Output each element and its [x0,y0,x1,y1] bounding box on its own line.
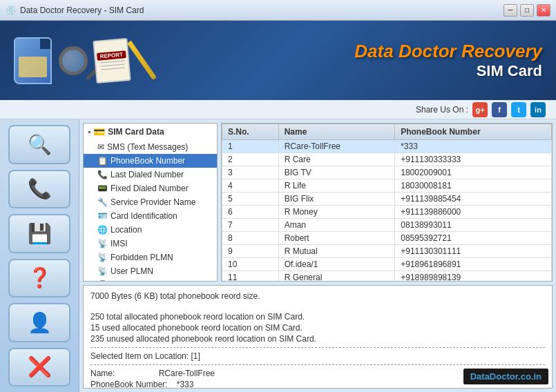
tree-item-serviceprovider[interactable]: 🔧 Service Provider Name [84,195,217,209]
cell-name: R Money [278,206,395,219]
table-scroll[interactable]: S.No. Name PhoneBook Number 1 RCare-Toll… [222,124,552,281]
tree-item-label: SMS (Text Messages) [107,142,188,152]
tree-expand-icon[interactable]: ▪ [88,127,90,137]
info-line3: 15 used allocated phonebook reord locati… [90,323,545,333]
exit-sidebar-button[interactable]: ❌ [8,348,70,387]
info-line4: 235 unused allocated phonebook reord loc… [90,334,545,344]
app-title-line2: SIM Card [354,62,542,80]
save-sidebar-icon: 💾 [28,222,52,245]
fixeddialed-icon: 📟 [97,184,108,193]
user-sidebar-button[interactable]: 👤 [8,303,70,342]
close-button[interactable]: ✕ [537,4,550,17]
cell-number: 08138993011 [395,219,552,232]
tree-item-forbiddenplmn[interactable]: 📡 Forbidden PLMN [84,251,217,264]
cell-name: R Mutual [278,245,395,258]
tree-item-sms[interactable]: ✉ SMS (Text Messages) [84,140,217,154]
tree-item-userplmn[interactable]: 📡 User PLMN [84,264,217,278]
cell-sno: 7 [222,219,279,232]
share-bar: Share Us On : g+ f t in [0,100,556,119]
tree-root: ▪ 💳 SIM Card Data [84,124,217,140]
maximize-button[interactable]: □ [520,4,534,17]
facebook-button[interactable]: f [492,102,507,117]
save-sidebar-button[interactable]: 💾 [8,214,70,253]
cell-number: 18030008181 [395,179,552,193]
tree-item-ownnumber[interactable]: 📱 Own Number [84,278,217,282]
content-area: ▪ 💳 SIM Card Data ✉ SMS (Text Messages) … [79,119,556,392]
table-row[interactable]: 6 R Money +911139886000 [222,206,552,219]
cell-name: Aman [278,219,395,232]
info-line2: 250 total allocated phonebook reord loca… [90,312,545,322]
table-row[interactable]: 2 R Care +911130333333 [222,153,552,166]
sidebar: 🔍 📞 💾 ❓ 👤 ❌ [0,119,79,392]
exit-sidebar-icon: ❌ [28,355,52,378]
cell-sno: 11 [222,271,279,282]
tree-item-imsi[interactable]: 📡 IMSI [84,237,217,251]
google-plus-button[interactable]: g+ [472,102,488,117]
table-row[interactable]: 7 Aman 08138993011 [222,219,552,232]
header-title-area: Data Doctor Recovery SIM Card [354,41,542,80]
tree-item-label: User PLMN [111,266,153,276]
table-panel: S.No. Name PhoneBook Number 1 RCare-Toll… [221,123,553,282]
cell-number: +911139885454 [395,193,552,206]
info-number-label: PhoneBook Number: [90,380,167,389]
lastdialed-icon: 📞 [97,170,108,179]
table-row[interactable]: 3 BIG TV 18002009001 [222,166,552,179]
tree-item-label: Service Provider Name [111,197,195,207]
title-bar-left: 💿 Data Doctor Recovery - SIM Card [6,6,144,15]
search-sidebar-button[interactable]: 🔍 [8,125,70,164]
cell-sno: 5 [222,193,279,206]
forbiddenplmn-icon: 📡 [97,253,108,262]
cardid-icon: 🪪 [97,211,108,221]
watermark: DataDoctor.co.in [463,369,548,384]
table-header-row: S.No. Name PhoneBook Number [222,124,552,140]
cell-sno: 9 [222,245,279,258]
minimize-button[interactable]: ─ [504,4,517,17]
col-name: Name [278,124,395,140]
table-row[interactable]: 9 R Mutual +911130301111 [222,245,552,258]
cell-name: R General [278,271,395,282]
userplmn-icon: 📡 [97,266,108,276]
user-sidebar-icon: 👤 [28,311,52,334]
phone-sidebar-button[interactable]: 📞 [8,170,70,209]
cell-number: +918989898139 [395,271,552,282]
table-row[interactable]: 11 R General +918989898139 [222,271,552,282]
tree-item-cardid[interactable]: 🪪 Card Identification [84,209,217,223]
col-sno: S.No. [222,124,279,140]
cell-name: Robert [278,232,395,245]
app-title-line1: Data Doctor Recovery [354,41,542,62]
watermark-text2: .co.in [518,371,541,382]
help-sidebar-button[interactable]: ❓ [8,259,70,298]
cell-sno: 2 [222,153,279,166]
title-bar-icon: 💿 [6,6,16,15]
tree-item-location[interactable]: 🌐 Location [84,223,217,237]
phone-sidebar-icon: 📞 [28,177,52,200]
cell-name: R Life [278,179,395,193]
info-panel: 7000 Bytes (6 KB) total phonebook reord … [83,285,553,389]
tree-panel[interactable]: ▪ 💳 SIM Card Data ✉ SMS (Text Messages) … [83,123,218,282]
linkedin-button[interactable]: in [530,102,546,117]
info-number-value: *333 [177,380,194,389]
data-table: S.No. Name PhoneBook Number 1 RCare-Toll… [222,124,552,281]
cell-number: +911139886000 [395,206,552,219]
title-bar: 💿 Data Doctor Recovery - SIM Card ─ □ ✕ [0,0,556,21]
tree-item-phonebook[interactable]: 📋 PhoneBook Number [84,154,217,168]
tree-item-fixeddialed[interactable]: 📟 Fixed Dialed Number [84,182,217,195]
search-sidebar-icon: 🔍 [28,133,52,156]
cell-number: +918961896891 [395,258,552,271]
table-row[interactable]: 10 Of.idea/1 +918961896891 [222,258,552,271]
header-logo: REPORT [14,37,144,84]
table-row[interactable]: 4 R Life 18030008181 [222,179,552,193]
cell-number: +911130333333 [395,153,552,166]
table-row[interactable]: 5 BIG Flix +911139885454 [222,193,552,206]
help-sidebar-icon: ❓ [28,266,52,289]
sim-card-icon [14,37,52,84]
tree-item-lastdialed[interactable]: 📞 Last Dialed Number [84,168,217,182]
phonebook-icon: 📋 [97,156,108,166]
tree-item-label: Fixed Dialed Number [111,184,189,193]
tree-item-label: Own Number [111,280,160,282]
cell-sno: 4 [222,179,279,193]
cell-name: R Care [278,153,395,166]
table-row[interactable]: 1 RCare-TollFree *333 [222,140,552,153]
table-row[interactable]: 8 Robert 08595392721 [222,232,552,245]
twitter-button[interactable]: t [511,102,526,117]
